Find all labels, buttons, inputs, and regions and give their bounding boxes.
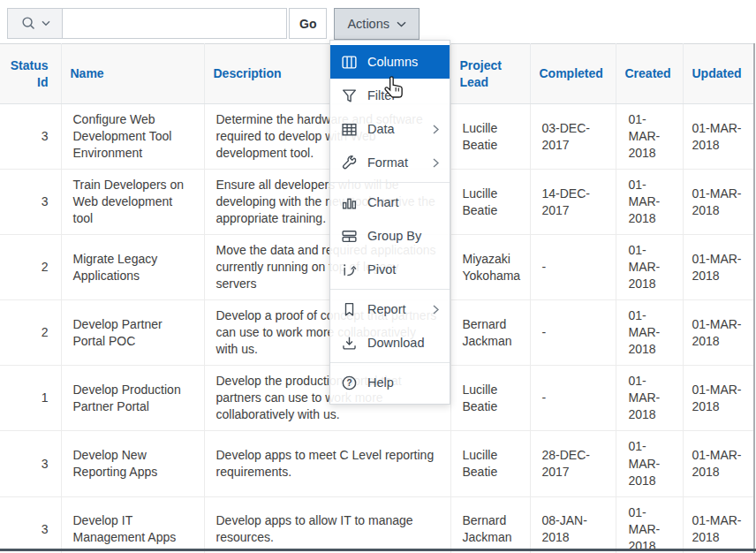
cell-updated: 01-MAR-2018 — [683, 496, 753, 553]
menu-item-format[interactable]: Format — [330, 146, 450, 179]
cell-name: Develop New Reporting Apps — [61, 431, 204, 496]
cell-name: Develop IT Management Apps — [61, 496, 204, 553]
cell-completed: - — [530, 300, 616, 366]
cell-name: Train Developers on Web development tool — [61, 170, 204, 235]
menu-item-label: Report — [367, 302, 406, 316]
menu-separator — [330, 182, 450, 183]
menu-item-help[interactable]: ?Help — [330, 366, 450, 399]
actions-menu: ColumnsFilterDataFormatChartGroup ByPivo… — [329, 40, 450, 405]
cell-project-lead: Miyazaki Yokohama — [450, 235, 530, 300]
cell-created: 01-MAR-2018 — [616, 104, 683, 170]
cell-status-id: 3 — [0, 496, 61, 553]
table-bottom-border — [0, 549, 756, 551]
cell-status-id: 3 — [0, 104, 61, 170]
report-icon — [341, 301, 358, 318]
menu-item-report[interactable]: Report — [330, 292, 450, 326]
chevron-right-icon — [433, 125, 439, 134]
cell-status-id: 2 — [0, 300, 61, 366]
cell-name: Develop Partner Portal POC — [61, 300, 204, 366]
menu-item-label: Chart — [367, 195, 398, 209]
format-icon — [341, 155, 358, 171]
column-header-updated[interactable]: Updated — [683, 44, 753, 104]
actions-button[interactable]: Actions — [334, 8, 420, 40]
chart-icon — [341, 194, 358, 211]
report-toolbar: Go Actions — [0, 0, 756, 43]
cell-name: Migrate Legacy Applications — [61, 235, 204, 300]
help-icon: ? — [341, 375, 358, 391]
cell-completed: - — [530, 235, 616, 300]
cell-completed: - — [530, 366, 616, 431]
cell-updated: 01-MAR-2018 — [683, 431, 753, 496]
menu-item-data[interactable]: Data — [330, 112, 450, 146]
cell-created: 01-MAR-2018 — [616, 496, 683, 553]
search-bar — [7, 8, 287, 39]
actions-button-label: Actions — [347, 17, 389, 31]
menu-item-chart[interactable]: Chart — [330, 186, 450, 219]
table-row: 3Develop IT Management AppsDevelop apps … — [0, 496, 753, 553]
menu-item-label: Download — [367, 336, 425, 350]
column-header-status-id[interactable]: Status Id — [0, 44, 61, 104]
pivot-icon — [341, 261, 358, 278]
menu-item-label: Filter — [367, 88, 396, 102]
cell-updated: 01-MAR-2018 — [683, 300, 753, 366]
menu-item-pivot[interactable]: Pivot — [330, 253, 450, 286]
cell-project-lead: Lucille Beatie — [450, 104, 530, 170]
menu-item-label: Format — [367, 155, 408, 170]
table-right-border — [753, 43, 755, 553]
column-header-project-lead[interactable]: Project Lead — [450, 44, 530, 104]
cell-status-id: 3 — [0, 170, 61, 235]
cell-status-id: 3 — [0, 431, 61, 496]
menu-item-label: Columns — [367, 55, 418, 69]
menu-item-group-by[interactable]: Group By — [330, 219, 450, 253]
menu-item-download[interactable]: Download — [330, 326, 450, 360]
menu-item-filter[interactable]: Filter — [330, 79, 450, 112]
cell-completed: 14-DEC-2017 — [530, 170, 616, 235]
cell-completed: 03-DEC-2017 — [530, 104, 616, 170]
column-header-completed[interactable]: Completed — [530, 44, 616, 104]
chevron-right-icon — [433, 158, 439, 168]
svg-text:?: ? — [346, 377, 352, 387]
cell-completed: 08-JAN-2018 — [530, 496, 616, 553]
download-icon — [341, 335, 358, 352]
cell-project-lead: Lucille Beatie — [450, 170, 530, 235]
go-button[interactable]: Go — [289, 8, 327, 39]
chevron-right-icon — [433, 305, 439, 314]
cell-name: Configure Web Development Tool Environme… — [61, 104, 204, 170]
data-icon — [341, 121, 358, 138]
cell-project-lead: Lucille Beatie — [450, 431, 530, 496]
table-row: 3Develop New Reporting AppsDevelop apps … — [0, 431, 753, 496]
cell-created: 01-MAR-2018 — [616, 431, 683, 496]
columns-icon — [341, 54, 358, 71]
cell-name: Develop Production Partner Portal — [61, 366, 204, 431]
cell-description: Develop apps to allow IT to manage resou… — [204, 496, 450, 553]
cell-completed: 28-DEC-2017 — [530, 431, 616, 496]
menu-item-label: Help — [367, 375, 394, 390]
cell-created: 01-MAR-2018 — [616, 235, 683, 300]
menu-item-label: Pivot — [367, 262, 396, 276]
column-header-name[interactable]: Name — [61, 44, 204, 104]
cell-project-lead: Lucille Beatie — [450, 366, 530, 431]
filter-icon — [341, 87, 358, 104]
cell-updated: 01-MAR-2018 — [683, 104, 753, 170]
cell-description: Develop apps to meet C Level reporting r… — [204, 431, 450, 496]
group-by-icon — [341, 228, 358, 245]
cell-updated: 01-MAR-2018 — [683, 170, 753, 235]
chevron-down-icon — [42, 20, 50, 27]
magnifier-icon — [20, 15, 37, 32]
cell-project-lead: Bernard Jackman — [450, 496, 530, 553]
menu-item-columns[interactable]: Columns — [330, 45, 450, 79]
menu-separator — [330, 362, 450, 363]
search-options-button[interactable] — [8, 9, 63, 38]
cell-created: 01-MAR-2018 — [616, 300, 683, 366]
search-input[interactable] — [63, 9, 286, 38]
cell-updated: 01-MAR-2018 — [683, 366, 753, 431]
menu-separator — [330, 289, 450, 290]
cell-updated: 01-MAR-2018 — [683, 235, 753, 300]
column-header-created[interactable]: Created — [616, 44, 683, 104]
interactive-report-page: Go Actions Status IdNameDescriptionProje… — [0, 0, 756, 553]
menu-item-label: Data — [367, 122, 395, 136]
cell-project-lead: Bernard Jackman — [450, 300, 530, 366]
menu-item-label: Group By — [367, 229, 421, 243]
cell-created: 01-MAR-2018 — [616, 170, 683, 235]
cell-created: 01-MAR-2018 — [616, 366, 683, 431]
